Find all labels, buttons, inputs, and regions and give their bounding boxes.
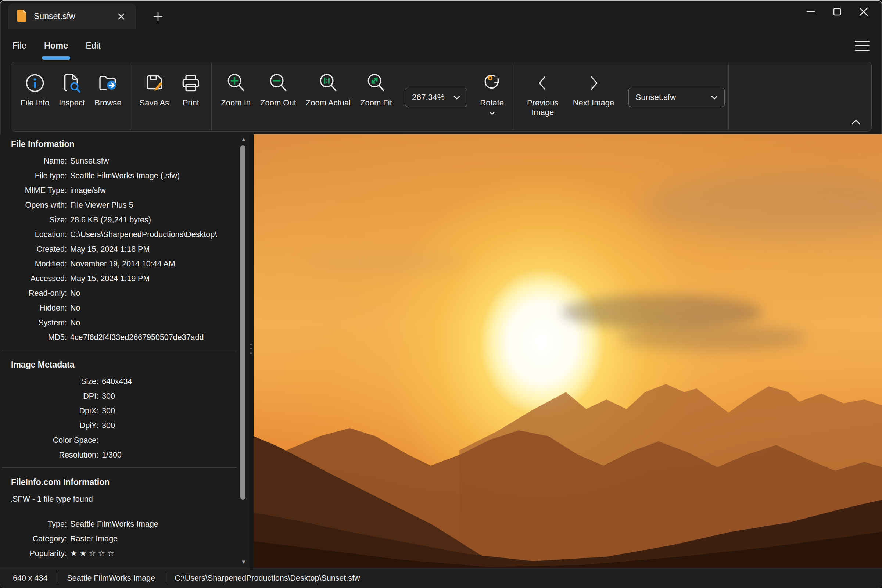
panel-sections: File InformationName:Sunset.sfwFile type… xyxy=(0,139,239,561)
file-info-button[interactable]: File Info xyxy=(16,71,54,108)
info-row-label: Modified: xyxy=(0,256,67,271)
info-row: Opens with:File Viewer Plus 5 xyxy=(0,198,239,212)
zoom-in-icon xyxy=(224,71,248,95)
status-dimensions: 640 x 434 xyxy=(13,574,47,583)
new-tab-button[interactable] xyxy=(148,8,168,25)
titlebar: Sunset.sfw xyxy=(0,0,882,29)
info-row-label: Accessed: xyxy=(0,271,67,286)
inspect-button[interactable]: Inspect xyxy=(54,71,90,108)
scrollbar-thumb[interactable] xyxy=(240,145,246,500)
document-tab[interactable]: Sunset.sfw xyxy=(8,3,136,29)
zoom-in-button[interactable]: Zoom In xyxy=(216,71,255,108)
zoom-out-button[interactable]: Zoom Out xyxy=(255,71,301,108)
info-row-label: Read-only: xyxy=(0,286,67,301)
info-row: Location:C:\Users\SharpenedProductions\D… xyxy=(0,227,239,242)
info-row: DpiY:300 xyxy=(0,418,239,433)
file-select-value: Sunset.sfw xyxy=(635,93,676,102)
chevron-down-icon xyxy=(711,96,718,100)
toolbar-group-zoom: Zoom In Zoom Out xyxy=(212,62,512,131)
info-row-value: 1/300 xyxy=(102,448,122,462)
zoom-actual-button[interactable]: Zoom Actual xyxy=(301,71,356,108)
info-row: Size:28.6 KB (29,241 bytes) xyxy=(0,212,239,227)
section-title: File Information xyxy=(0,139,239,149)
zoom-fit-button[interactable]: Zoom Fit xyxy=(356,71,397,108)
panel-section: FileInfo.com Information.SFW - 1 file ty… xyxy=(0,477,239,561)
section-title: Image Metadata xyxy=(0,360,239,370)
info-row-value: May 15, 2024 1:19 PM xyxy=(70,271,150,286)
info-row-label: Size: xyxy=(0,374,99,389)
panel-section: File InformationName:Sunset.sfwFile type… xyxy=(0,139,239,345)
save-as-icon xyxy=(142,71,166,95)
info-row-value: Sunset.sfw xyxy=(70,154,109,168)
zoom-out-icon xyxy=(266,71,290,95)
toolbar-group-navigation: Previous Image Next Image Sunset.sfw xyxy=(513,62,729,131)
file-select[interactable]: Sunset.sfw xyxy=(628,88,725,107)
info-row-value: 300 xyxy=(102,418,115,433)
panel-scrollbar: ▲ ▼ xyxy=(238,134,249,568)
info-row-label: Popularity: xyxy=(0,546,67,561)
info-panel: File InformationName:Sunset.sfwFile type… xyxy=(0,134,239,568)
info-row-label: Name: xyxy=(0,154,67,168)
info-row-label: Category: xyxy=(0,531,67,546)
app-window: Sunset.sfw File Home Edit xyxy=(0,0,882,588)
info-row-label: DPI: xyxy=(0,389,99,404)
scroll-down-icon[interactable]: ▼ xyxy=(240,558,248,566)
maximize-button[interactable] xyxy=(824,2,850,21)
statusbar: 640 x 434 Seattle FilmWorks Image C:\Use… xyxy=(0,568,882,588)
window-controls xyxy=(798,2,877,21)
info-row-value: Seattle FilmWorks Image (.sfw) xyxy=(70,168,180,183)
mountain-silhouettes xyxy=(254,134,882,568)
tab-close-icon[interactable] xyxy=(114,9,129,24)
minimize-button[interactable] xyxy=(798,2,824,21)
chevron-right-icon xyxy=(581,71,606,95)
menu-edit[interactable]: Edit xyxy=(85,39,101,53)
rotate-button[interactable]: Rotate xyxy=(475,71,509,115)
zoom-level-select[interactable]: 267.34% xyxy=(405,88,467,107)
info-row-value: No xyxy=(70,286,80,301)
section-divider xyxy=(2,468,237,468)
info-row-value: No xyxy=(70,301,80,315)
chevron-up-icon xyxy=(851,119,861,125)
info-row-label: Location: xyxy=(0,227,67,242)
save-as-button[interactable]: Save As xyxy=(135,71,174,108)
info-row-value: November 19, 2014 10:44 AM xyxy=(70,256,175,271)
collapse-ribbon-button[interactable] xyxy=(848,116,864,128)
close-button[interactable] xyxy=(850,2,877,21)
info-row-value: No xyxy=(70,315,80,330)
info-row-label: Color Space: xyxy=(0,433,99,448)
section-subtitle: .SFW - 1 file type found xyxy=(0,492,239,506)
info-row-value: Raster Image xyxy=(70,531,118,546)
info-row: Resolution:1/300 xyxy=(0,448,239,462)
info-row: Color Space: xyxy=(0,433,239,448)
next-image-button[interactable]: Next Image xyxy=(568,71,619,108)
browse-button[interactable]: Browse xyxy=(90,71,126,108)
toolbar-group-file: File Info Inspect xyxy=(11,62,130,131)
info-row-label: DpiY: xyxy=(0,418,99,433)
info-row-value: image/sfw xyxy=(70,183,106,198)
splitter-grip xyxy=(250,344,252,354)
info-row-value: 28.6 KB (29,241 bytes) xyxy=(70,212,151,227)
scroll-up-icon[interactable]: ▲ xyxy=(240,136,248,143)
file-icon xyxy=(16,9,27,24)
info-row: Modified:November 19, 2014 10:44 AM xyxy=(0,256,239,271)
info-row-label: Hidden: xyxy=(0,301,67,315)
chevron-left-icon xyxy=(531,71,555,95)
info-row: Type:Seattle FilmWorks Image xyxy=(0,517,239,531)
previous-image-button[interactable]: Previous Image xyxy=(518,71,568,117)
info-row-value: ★ ★ ☆ ☆ ☆ xyxy=(70,546,114,561)
section-divider xyxy=(2,350,237,350)
toolbar-group-output: Save As Print xyxy=(130,62,212,131)
hamburger-menu-icon[interactable] xyxy=(852,36,873,55)
print-icon xyxy=(178,71,203,95)
browse-icon xyxy=(96,71,120,95)
info-row: Category:Raster Image xyxy=(0,531,239,546)
menu-home[interactable]: Home xyxy=(44,39,69,53)
image-viewport[interactable] xyxy=(254,134,882,568)
print-button[interactable]: Print xyxy=(174,71,208,108)
info-row: DpiX:300 xyxy=(0,404,239,418)
menu-file[interactable]: File xyxy=(12,39,27,53)
info-row: Read-only:No xyxy=(0,286,239,301)
tab-title: Sunset.sfw xyxy=(34,11,107,21)
info-row-value: 4ce7f6d2f4f33ed2667950507de37add xyxy=(70,330,204,345)
panel-splitter[interactable] xyxy=(249,134,254,568)
